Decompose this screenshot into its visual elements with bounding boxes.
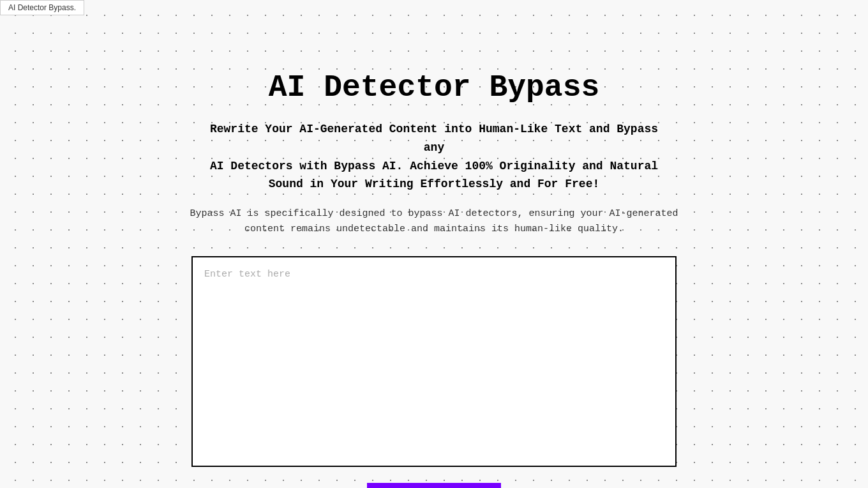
- description-text: Bypass AI is specifically designed to by…: [185, 206, 683, 237]
- browser-tab: AI Detector Bypass.: [0, 0, 84, 15]
- subtitle-line2: AI Detectors with Bypass AI. Achieve 100…: [210, 160, 658, 172]
- subtitle: Rewrite Your AI-Generated Content into H…: [204, 120, 664, 194]
- page-title: AI Detector Bypass: [269, 70, 599, 105]
- main-content: AI Detector Bypass Rewrite Your AI-Gener…: [0, 0, 868, 488]
- text-input[interactable]: [191, 256, 677, 467]
- textarea-wrapper: [191, 256, 677, 470]
- browser-tab-label: AI Detector Bypass.: [8, 3, 76, 12]
- subtitle-line3: Sound in Your Writing Effortlessly and F…: [269, 178, 599, 190]
- bypass-ai-button[interactable]: Bypass AI: [367, 483, 501, 488]
- subtitle-line1: Rewrite Your AI-Generated Content into H…: [210, 123, 658, 154]
